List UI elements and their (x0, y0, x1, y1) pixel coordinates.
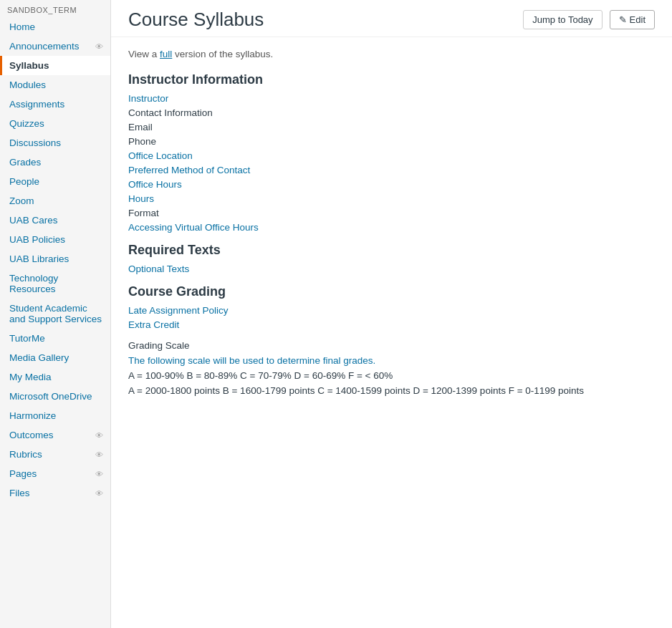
sidebar-item-microsoft-onedrive[interactable]: Microsoft OneDrive (0, 387, 110, 406)
sidebar-item-label: Quizzes (9, 118, 44, 129)
sidebar-item-label: UAB Libraries (9, 253, 69, 264)
sidebar-item-label: UAB Cares (9, 215, 58, 226)
sidebar-item-label: My Media (9, 372, 52, 382)
sidebar-term: SANDBOX_TERM (0, 0, 110, 17)
sidebar-item-label: People (9, 176, 39, 187)
sidebar-item-uab-cares[interactable]: UAB Cares (0, 211, 110, 230)
sidebar-item-media-gallery[interactable]: Media Gallery (0, 348, 110, 367)
sidebar-item-label: Files (9, 488, 30, 498)
edit-label: Edit (630, 14, 645, 25)
sidebar-item-label: TutorMe (9, 333, 45, 344)
sidebar-item-rubrics[interactable]: Rubrics👁 (0, 445, 110, 464)
grading-scale-section: Grading Scale The following scale will b… (128, 340, 653, 396)
sidebar-item-label: Rubrics (9, 449, 42, 460)
syllabus-item-0-9[interactable]: Accessing Virtual Office Hours (128, 222, 653, 233)
sidebar-item-label: Zoom (9, 195, 34, 206)
sidebar-item-label: Microsoft OneDrive (9, 391, 92, 402)
sidebar-item-files[interactable]: Files👁 (0, 483, 110, 503)
sidebar: SANDBOX_TERM HomeAnnouncements👁SyllabusM… (0, 0, 111, 628)
sidebar-item-syllabus[interactable]: Syllabus (0, 56, 110, 75)
eye-icon: 👁 (95, 42, 103, 51)
sidebar-item-pages[interactable]: Pages👁 (0, 464, 110, 483)
edit-button[interactable]: ✎ Edit (610, 10, 655, 29)
content-header: Course Syllabus Jump to Today ✎ Edit (111, 0, 672, 37)
sidebar-item-my-media[interactable]: My Media (0, 367, 110, 387)
sidebar-nav: HomeAnnouncements👁SyllabusModulesAssignm… (0, 17, 110, 503)
syllabus-content: View a full version of the syllabus. Ins… (111, 37, 670, 412)
syllabus-item-0-7[interactable]: Hours (128, 193, 653, 204)
syllabus-item-0-1: Contact Information (128, 107, 653, 118)
sidebar-item-uab-policies[interactable]: UAB Policies (0, 230, 110, 249)
sidebar-item-label: Media Gallery (9, 352, 69, 363)
syllabus-item-2-0[interactable]: Late Assignment Policy (128, 305, 653, 316)
sidebar-item-label: Announcements (9, 41, 80, 52)
sidebar-item-label: Outcomes (9, 430, 54, 440)
syllabus-item-0-4[interactable]: Office Location (128, 150, 653, 161)
sidebar-item-outcomes[interactable]: Outcomes👁 (0, 425, 110, 445)
syllabus-sections: Instructor InformationInstructorContact … (128, 72, 653, 330)
header-actions: Jump to Today ✎ Edit (523, 10, 655, 29)
sidebar-item-quizzes[interactable]: Quizzes (0, 114, 110, 133)
sidebar-item-grades[interactable]: Grades (0, 153, 110, 172)
sidebar-item-harmonize[interactable]: Harmonize (0, 406, 110, 425)
sidebar-item-home[interactable]: Home (0, 17, 110, 37)
edit-icon: ✎ (619, 14, 627, 25)
sidebar-item-announcements[interactable]: Announcements👁 (0, 37, 110, 56)
syllabus-item-0-8: Format (128, 208, 653, 218)
sidebar-item-modules[interactable]: Modules (0, 75, 110, 95)
sidebar-item-label: Pages (9, 468, 37, 479)
sidebar-item-assignments[interactable]: Assignments (0, 95, 110, 114)
syllabus-item-0-0[interactable]: Instructor (128, 93, 653, 104)
syllabus-item-1-0[interactable]: Optional Texts (128, 264, 653, 274)
sidebar-item-uab-libraries[interactable]: UAB Libraries (0, 249, 110, 269)
grading-scale-heading: Grading Scale (128, 340, 653, 351)
jump-to-today-button[interactable]: Jump to Today (523, 10, 602, 29)
syllabus-intro: View a full version of the syllabus. (128, 49, 653, 59)
sidebar-item-label: UAB Policies (9, 234, 65, 245)
syllabus-item-0-6[interactable]: Office Hours (128, 179, 653, 190)
sidebar-item-label: Student Academic and Support Services (9, 303, 103, 324)
sidebar-item-label: Discussions (9, 137, 61, 148)
eye-icon: 👁 (95, 450, 103, 459)
grading-scale-letters: A = 100-90% B = 80-89% C = 70-79% D = 60… (128, 370, 653, 381)
eye-icon: 👁 (95, 470, 103, 478)
syllabus-item-2-1[interactable]: Extra Credit (128, 319, 653, 330)
section-heading-1: Required Texts (128, 243, 653, 258)
sidebar-item-people[interactable]: People (0, 172, 110, 191)
grading-scale-points: A = 2000-1800 points B = 1600-1799 point… (128, 385, 653, 396)
sidebar-item-label: Modules (9, 79, 46, 90)
section-heading-2: Course Grading (128, 284, 653, 299)
main-content: Course Syllabus Jump to Today ✎ Edit Vie… (111, 0, 672, 628)
full-version-link[interactable]: full (160, 49, 172, 59)
sidebar-item-zoom[interactable]: Zoom (0, 191, 110, 211)
page-title: Course Syllabus (128, 9, 264, 31)
syllabus-item-0-3: Phone (128, 136, 653, 147)
sidebar-item-tutorme[interactable]: TutorMe (0, 329, 110, 348)
syllabus-item-0-2: Email (128, 122, 653, 132)
sidebar-item-student-academic-and-support-services[interactable]: Student Academic and Support Services (0, 299, 110, 329)
sidebar-item-label: Technology Resources (9, 273, 103, 294)
eye-icon: 👁 (95, 431, 103, 440)
sidebar-item-label: Home (9, 21, 35, 32)
sidebar-item-label: Grades (9, 157, 41, 168)
sidebar-item-label: Syllabus (9, 60, 49, 71)
sidebar-item-label: Assignments (9, 99, 64, 110)
syllabus-item-0-5[interactable]: Preferred Method of Contact (128, 165, 653, 175)
sidebar-item-discussions[interactable]: Discussions (0, 133, 110, 153)
sidebar-item-label: Harmonize (9, 410, 56, 421)
section-heading-0: Instructor Information (128, 72, 653, 87)
eye-icon: 👁 (95, 489, 103, 498)
sidebar-item-technology-resources[interactable]: Technology Resources (0, 269, 110, 299)
grading-scale-desc: The following scale will be used to dete… (128, 355, 653, 366)
